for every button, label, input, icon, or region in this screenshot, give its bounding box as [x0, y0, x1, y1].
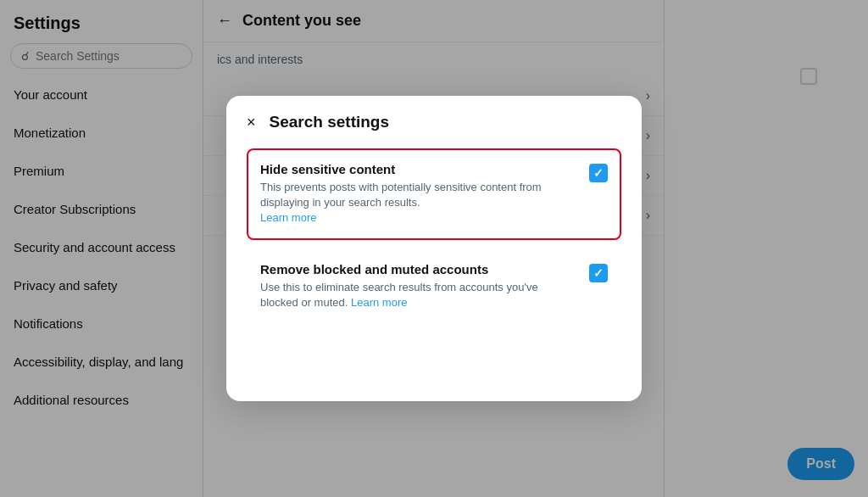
hide-sensitive-learn-more-link[interactable]: Learn more: [260, 211, 316, 224]
hide-sensitive-desc: This prevents posts with potentially sen…: [260, 180, 579, 226]
remove-blocked-muted-content: Remove blocked and muted accounts Use th…: [260, 262, 589, 310]
hide-sensitive-row: Hide sensitive content This prevents pos…: [260, 162, 608, 226]
search-settings-modal: × Search settings Hide sensitive content…: [226, 96, 642, 401]
modal-title: Search settings: [270, 113, 390, 131]
hide-sensitive-content: Hide sensitive content This prevents pos…: [260, 162, 589, 226]
hide-sensitive-checkbox[interactable]: [589, 164, 608, 182]
hide-sensitive-label: Hide sensitive content: [260, 162, 579, 176]
remove-blocked-muted-label: Remove blocked and muted accounts: [260, 262, 579, 276]
remove-blocked-muted-desc: Use this to eliminate search results fro…: [260, 280, 579, 310]
modal-overlay[interactable]: × Search settings Hide sensitive content…: [0, 0, 868, 497]
remove-blocked-muted-row: Remove blocked and muted accounts Use th…: [260, 262, 608, 310]
modal-close-button[interactable]: ×: [247, 114, 256, 130]
remove-blocked-muted-learn-more-link[interactable]: Learn more: [351, 296, 407, 309]
modal-header: × Search settings: [247, 113, 621, 131]
remove-blocked-muted-item: Remove blocked and muted accounts Use th…: [247, 248, 621, 324]
hide-sensitive-desc-text: This prevents posts with potentially sen…: [260, 181, 542, 209]
hide-sensitive-content-item: Hide sensitive content This prevents pos…: [247, 148, 621, 240]
remove-blocked-muted-checkbox[interactable]: [589, 264, 608, 282]
